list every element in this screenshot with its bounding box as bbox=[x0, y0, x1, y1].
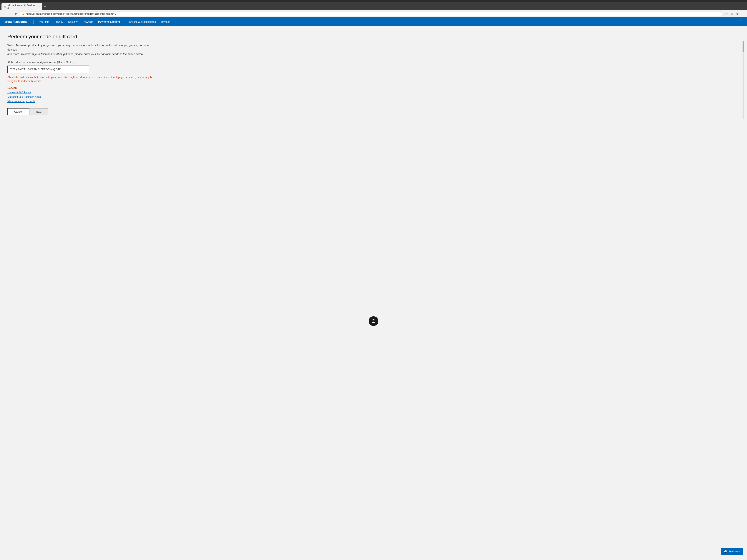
nav-item-payment-billing[interactable]: Payment & billing ⌄ bbox=[96, 18, 125, 26]
nav-item-rewards[interactable]: Rewards bbox=[80, 18, 96, 26]
next-button[interactable]: Next bbox=[29, 108, 48, 115]
feedback-icon: 💬 bbox=[724, 550, 727, 553]
button-row: Cancel Next bbox=[7, 108, 740, 115]
lock-icon: 🔒 bbox=[22, 12, 25, 15]
favorites-list-button[interactable]: ❖ bbox=[735, 11, 740, 16]
nav-item-security[interactable]: Security bbox=[66, 18, 80, 26]
loading-indicator bbox=[369, 316, 378, 326]
page-title: Redeem your code or gift card bbox=[7, 34, 740, 39]
code-input[interactable] bbox=[7, 65, 89, 73]
refresh-button[interactable]: ↻ bbox=[14, 11, 18, 16]
collections-button[interactable]: ⬚ bbox=[741, 11, 745, 16]
loading-inner bbox=[369, 316, 378, 326]
feedback-button[interactable]: 💬 Feedback bbox=[721, 548, 743, 555]
code-input-wrapper bbox=[7, 65, 89, 73]
nav-item-privacy[interactable]: Privacy bbox=[52, 18, 66, 26]
redeem-links: Microsoft 365 Family Microsoft 365 Busin… bbox=[7, 91, 740, 103]
feedback-label: Feedback bbox=[729, 550, 740, 553]
nav-help-button[interactable]: ? bbox=[738, 20, 743, 24]
url-text: https://account.microsoft.com/billing/re… bbox=[26, 12, 116, 15]
ms-nav: icrosoft account Your info Privacy Secur… bbox=[0, 18, 747, 26]
nav-item-services-subscriptions[interactable]: Services & subscriptions bbox=[125, 18, 158, 26]
redeem-link-xbox-codes[interactable]: Xbox codes or gift cards bbox=[7, 100, 35, 103]
payment-billing-dropdown-icon: ⌄ bbox=[121, 20, 122, 23]
cancel-button[interactable]: Cancel bbox=[7, 108, 29, 115]
main-content: Redeem your code or gift card With a Mic… bbox=[0, 26, 747, 560]
page-description: With a Microsoft product key or gift car… bbox=[7, 43, 159, 56]
favorites-button[interactable]: ☆ bbox=[730, 11, 734, 16]
redeem-label: Redeem: bbox=[7, 86, 740, 89]
redeem-link-ms365-family[interactable]: Microsoft 365 Family bbox=[7, 91, 31, 94]
back-button[interactable]: ← bbox=[2, 11, 6, 16]
redeem-link-ms365-business[interactable]: Microsoft 365 Business Apps bbox=[7, 96, 41, 98]
new-tab-button[interactable]: + bbox=[44, 5, 46, 9]
nav-item-your-info[interactable]: Your info bbox=[36, 18, 52, 26]
address-bar[interactable]: 🔒 https://account.microsoft.com/billing/… bbox=[19, 11, 722, 16]
forward-button[interactable]: → bbox=[8, 11, 12, 16]
account-label: It'll be added to daronmoorejr@yahoo.com… bbox=[7, 61, 740, 64]
nav-brand: icrosoft account bbox=[4, 20, 27, 24]
tab-close-button[interactable]: × bbox=[38, 5, 40, 8]
read-aloud-button[interactable]: Aᵃ bbox=[724, 11, 728, 16]
scroll-arrow-down[interactable]: ▾ bbox=[743, 121, 744, 123]
nav-item-devices[interactable]: Devices bbox=[158, 18, 173, 26]
browser-chrome bbox=[0, 0, 747, 2]
tab-favicon: ⊞ bbox=[4, 5, 6, 8]
scroll-track bbox=[743, 41, 744, 119]
active-tab[interactable]: ⊞ Microsoft account | Services & × bbox=[1, 3, 42, 10]
tab-bar: ⊞ Microsoft account | Services & × + bbox=[0, 2, 747, 10]
error-message: Check the instructions that came with yo… bbox=[7, 75, 159, 83]
address-bar-row: ← → ↻ 🔒 https://account.microsoft.com/bi… bbox=[0, 10, 747, 18]
tab-title-short: Microsoft account | Services & bbox=[7, 4, 36, 9]
loading-dot bbox=[372, 319, 375, 323]
scroll-thumb[interactable] bbox=[743, 41, 744, 52]
